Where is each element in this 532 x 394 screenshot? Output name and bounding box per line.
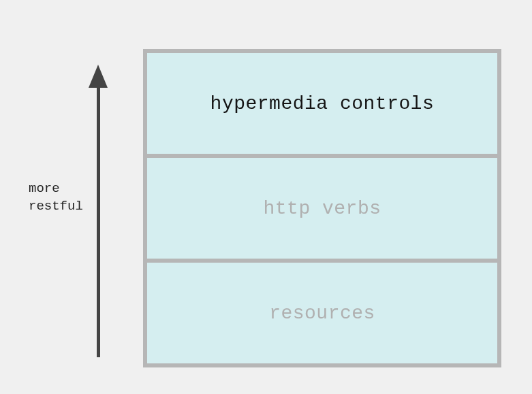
level-resources: resources	[147, 263, 497, 363]
arrow-label-line2: restful	[29, 199, 83, 214]
level-label: resources	[269, 303, 375, 324]
arrow-label-line1: more	[29, 181, 60, 196]
level-http-verbs: http verbs	[147, 158, 497, 259]
upward-arrow	[89, 65, 108, 357]
level-label: http verbs	[263, 198, 381, 219]
maturity-stack: hypermedia controls http verbs resources	[143, 49, 501, 367]
arrow-head-icon	[89, 65, 108, 88]
level-hypermedia: hypermedia controls	[147, 53, 497, 154]
arrow-label: more restful	[29, 180, 83, 215]
arrow-shaft	[97, 88, 100, 357]
level-label: hypermedia controls	[210, 93, 435, 114]
